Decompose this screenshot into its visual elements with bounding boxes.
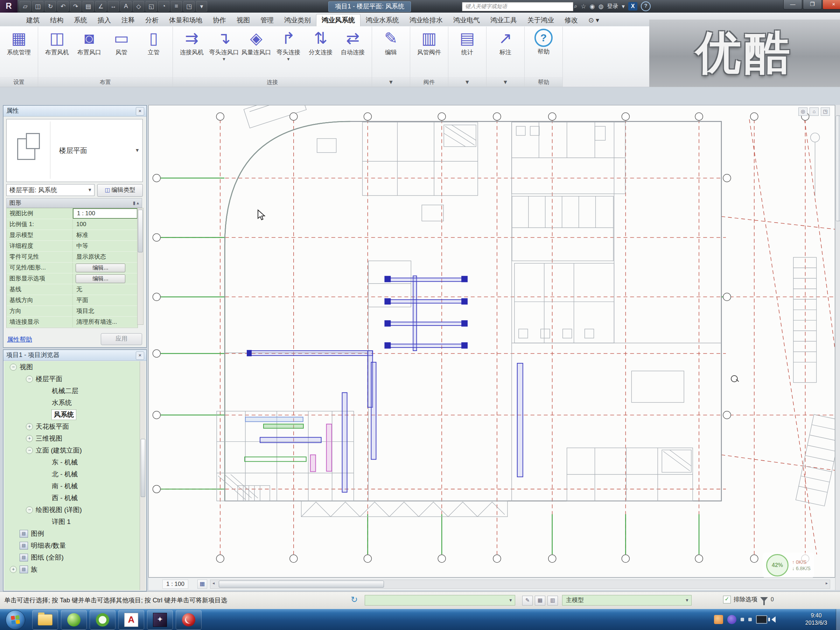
collapse-icon[interactable]: ▮ ▴ xyxy=(133,199,139,208)
properties-help-link[interactable]: 属性帮助 xyxy=(7,335,32,344)
property-value[interactable]: 项目北 xyxy=(73,306,137,316)
panel-flyout-arrow[interactable]: ▼ xyxy=(372,77,410,87)
ribbon-button-帮助[interactable]: ?帮助 xyxy=(527,29,560,55)
editing-requests-icon[interactable]: ✎ xyxy=(522,596,533,605)
tree-item-图例[interactable]: −▤图例 xyxy=(4,528,145,540)
ribbon-button-标注[interactable]: ↗标注 xyxy=(489,29,521,56)
exchange-apps-icon[interactable]: X xyxy=(628,2,637,11)
expand-icon[interactable]: + xyxy=(26,435,33,442)
panel-flyout-arrow[interactable]: ▼ xyxy=(448,77,486,87)
ribbon-tab-鸿业工具[interactable]: 鸿业工具 xyxy=(485,14,522,26)
tree-item-西 - 机械[interactable]: −西 - 机械 xyxy=(4,492,145,504)
ribbon-tab-鸿业水系统[interactable]: 鸿业水系统 xyxy=(360,14,404,26)
sign-in-label[interactable]: 登录 xyxy=(607,3,618,10)
tree-item-视图[interactable]: −视图 xyxy=(4,361,145,373)
collapse-icon[interactable]: − xyxy=(10,364,17,371)
open-icon[interactable]: ▱ xyxy=(20,1,31,11)
collapse-icon[interactable]: − xyxy=(26,507,33,513)
ribbon-tab-结构[interactable]: 结构 xyxy=(45,14,69,26)
help-search-input[interactable]: 键入关键字或短语 xyxy=(462,2,573,11)
subscription-icon[interactable]: ☆ xyxy=(581,3,586,10)
signin-dropdown-icon[interactable]: ▾ xyxy=(622,3,625,10)
view-scale-button[interactable]: 1 : 100 xyxy=(163,579,188,589)
chevron-down-icon[interactable]: ▼ xyxy=(685,595,689,605)
tray-dot2-icon[interactable] xyxy=(748,618,752,621)
ribbon-button-风管阀件[interactable]: ▥风管阀件 xyxy=(413,29,445,56)
edit-button[interactable]: 编辑... xyxy=(76,264,125,272)
youku-app-icon[interactable] xyxy=(90,610,115,630)
ribbon-button-分支连接[interactable]: ⇅分支连接 xyxy=(305,29,337,56)
workset-combobox[interactable]: ▼ xyxy=(365,595,515,605)
tray-volume-icon[interactable] xyxy=(771,616,775,623)
collapse-icon[interactable]: − xyxy=(26,447,33,454)
minimize-button[interactable]: — xyxy=(783,0,802,9)
ribbon-button-风管[interactable]: ▭风管 xyxy=(105,29,137,56)
filter-icon[interactable] xyxy=(760,597,768,602)
graphics-section-header[interactable]: 图形 ▮ ▴ xyxy=(6,198,142,208)
apply-button[interactable]: 应用 xyxy=(101,333,142,345)
tree-item-绘图视图 (详图)[interactable]: −绘图视图 (详图) xyxy=(4,504,145,516)
property-value[interactable]: 标准 xyxy=(73,230,137,240)
property-value[interactable]: 无 xyxy=(73,284,137,295)
show-desktop-button[interactable] xyxy=(836,609,840,630)
media-app-icon[interactable]: ✦ xyxy=(147,610,173,630)
zoom-icon[interactable]: ⌂ xyxy=(810,107,819,116)
floor-plan[interactable] xyxy=(149,105,835,577)
tree-item-图纸 (全部)[interactable]: −▤图纸 (全部) xyxy=(4,552,145,564)
restore-button[interactable]: ❐ xyxy=(803,0,822,9)
tray-purple-icon[interactable] xyxy=(727,615,736,624)
ribbon-button-系统管理[interactable]: ▦系统管理 xyxy=(3,29,35,56)
measure-icon[interactable]: ∠ xyxy=(95,1,106,11)
green-app-icon[interactable] xyxy=(61,610,87,630)
panel-flyout-arrow[interactable]: ▼ xyxy=(486,77,524,87)
ribbon-tab-视图[interactable]: 视图 xyxy=(231,14,255,26)
ribbon-button-统计[interactable]: ▤统计 xyxy=(451,29,483,56)
tag-icon[interactable]: ◇ xyxy=(133,1,144,11)
ribbon-tab-管理[interactable]: 管理 xyxy=(255,14,279,26)
ribbon-tab-鸿业电气[interactable]: 鸿业电气 xyxy=(448,14,485,26)
ribbon-button-弯头连接[interactable]: ↱弯头连接▼ xyxy=(272,29,305,62)
tree-item-三维视图[interactable]: +三维视图 xyxy=(4,433,145,445)
taskbar-clock[interactable]: 9:40 2013/6/3 xyxy=(799,612,834,627)
detail-level-icon[interactable]: ▦ xyxy=(197,579,207,589)
property-value[interactable]: 100 xyxy=(73,219,137,230)
ribbon-tab-建筑[interactable]: 建筑 xyxy=(21,14,45,26)
autocad-icon[interactable]: A xyxy=(118,610,144,630)
project-browser-header[interactable]: 项目1 - 项目浏览器 × xyxy=(3,350,146,361)
section-icon[interactable]: ◔ xyxy=(158,1,169,11)
tree-item-东 - 机械[interactable]: −东 - 机械 xyxy=(4,456,145,468)
tray-orange-icon[interactable] xyxy=(714,615,723,624)
property-value[interactable]: 显示原状态 xyxy=(73,252,137,262)
exclude-options-checkbox[interactable]: ✓ xyxy=(723,596,731,603)
dimension-icon[interactable]: ↔ xyxy=(108,1,119,11)
help-icon[interactable]: ? xyxy=(641,2,651,11)
tree-item-风系统[interactable]: −风系统 xyxy=(4,409,145,421)
navigation-wheel-icon[interactable]: ◎ xyxy=(798,107,807,116)
save-icon[interactable]: ◫ xyxy=(32,1,43,11)
tree-item-明细表/数量[interactable]: −▤明细表/数量 xyxy=(4,540,145,552)
search-icon[interactable]: ⌕ xyxy=(574,3,578,10)
close-icon[interactable]: × xyxy=(136,107,144,115)
ribbon-tab-分析[interactable]: 分析 xyxy=(140,14,164,26)
ribbon-tab-修改[interactable]: 修改 xyxy=(559,14,583,26)
view-filter-combobox[interactable]: 楼层平面: 风系统▼ xyxy=(6,184,95,196)
tree-item-水系统[interactable]: −水系统 xyxy=(4,397,145,409)
print-icon[interactable]: ▤ xyxy=(83,1,94,11)
3d-view-icon[interactable]: ◱ xyxy=(145,1,157,11)
chevron-down-icon[interactable]: ▼ xyxy=(87,185,92,196)
property-value[interactable]: 平面 xyxy=(73,295,137,306)
ribbon-tab-协作[interactable]: 协作 xyxy=(208,14,231,26)
explorer-icon[interactable] xyxy=(32,610,58,630)
tree-item-详图 1[interactable]: −详图 1 xyxy=(4,516,145,528)
chevron-down-icon[interactable]: ▼ xyxy=(508,595,513,605)
scrollbar-thumb[interactable] xyxy=(219,581,384,587)
scrollbar-thumb[interactable] xyxy=(836,115,840,221)
expand-icon[interactable]: + xyxy=(10,566,17,573)
viewcube-icon[interactable]: ◳ xyxy=(821,107,830,116)
start-button[interactable] xyxy=(6,610,25,630)
properties-scrollbar[interactable] xyxy=(137,208,144,325)
vertical-scrollbar[interactable] xyxy=(835,105,840,590)
edit-button[interactable]: 编辑... xyxy=(76,275,125,283)
ribbon-button-自动连接[interactable]: ⇄自动连接 xyxy=(337,29,369,56)
property-value[interactable]: 中等 xyxy=(73,241,137,251)
